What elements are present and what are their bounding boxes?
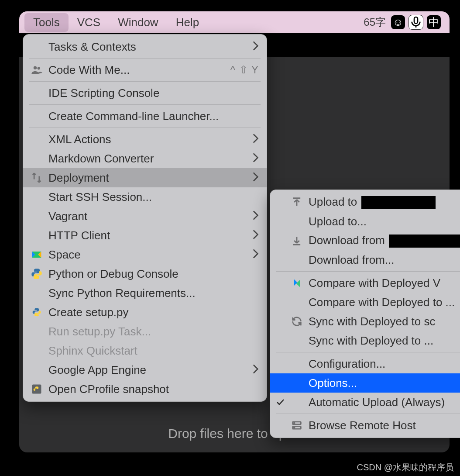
menu-help[interactable]: Help (167, 13, 208, 32)
menu-item-automatic-upload-always[interactable]: Automatic Upload (Always) (270, 393, 460, 412)
menu-item-label: Options... (309, 376, 460, 390)
menu-item-create-setup-py[interactable]: Create setup.py (23, 303, 267, 322)
menu-item-label: Vagrant (48, 210, 249, 223)
menu-vcs[interactable]: VCS (69, 13, 109, 32)
menu-item-tasks-contexts[interactable]: Tasks & Contexts (23, 37, 267, 56)
compare-icon (289, 276, 304, 290)
menu-item-download-from[interactable]: Download from... (270, 250, 460, 269)
python-icon (29, 266, 44, 281)
upload-icon (289, 195, 304, 210)
menu-item-label: Google App Engine (48, 363, 249, 377)
chevron-right-icon (253, 229, 259, 242)
icon-placeholder (289, 252, 304, 267)
menu-item-deployment[interactable]: Deployment (23, 168, 267, 187)
menu-item-label: Sync Python Requirements... (48, 286, 259, 300)
menu-item-label: Sync with Deployed to ... (309, 334, 460, 348)
icon-placeholder (29, 324, 44, 339)
space-icon (29, 247, 44, 262)
menu-item-label: XML Actions (48, 133, 249, 146)
icon-placeholder (289, 214, 304, 229)
menu-item-label: Code With Me... (48, 63, 230, 77)
menu-item-start-ssh-session[interactable]: Start SSH Session... (23, 187, 267, 207)
browse-icon (289, 418, 304, 433)
pyfile-icon (29, 305, 44, 320)
menu-item-label: Compare with Deployed V (309, 276, 460, 290)
menu-item-label: Sphinx Quickstart (48, 344, 259, 358)
icon-placeholder (289, 376, 304, 390)
menu-item-ide-scripting-console[interactable]: IDE Scripting Console (23, 83, 267, 103)
menu-item-label: Download from... (309, 253, 460, 267)
ime-icon[interactable]: 中 (427, 15, 441, 29)
menu-item-browse-remote-host[interactable]: Browse Remote Host (270, 416, 460, 435)
chevron-right-icon (253, 152, 259, 166)
menu-item-vagrant[interactable]: Vagrant (23, 207, 267, 226)
menu-item-upload-to[interactable]: Upload to (270, 193, 460, 212)
menu-item-label: Configuration... (309, 357, 460, 371)
menu-item-label: Compare with Deployed to ... (309, 296, 460, 309)
check-icon (275, 398, 286, 407)
menu-window[interactable]: Window (109, 13, 167, 32)
menu-item-http-client[interactable]: HTTP Client (23, 226, 267, 245)
shortcut: ^ ⇧ Y (230, 64, 259, 76)
menu-item-compare-with-deployed-to[interactable]: Compare with Deployed to ... (270, 293, 460, 312)
menu-item-google-app-engine[interactable]: Google App Engine (23, 360, 267, 379)
menu-item-sphinx-quickstart: Sphinx Quickstart (23, 341, 267, 360)
menu-item-code-with-me[interactable]: Code With Me...^ ⇧ Y (23, 60, 267, 79)
status-text: 65字 (364, 15, 386, 29)
icon-placeholder (29, 190, 44, 204)
watermark: CSDN @水果味的程序员 (353, 461, 457, 474)
icon-placeholder (289, 333, 304, 348)
menu-item-options[interactable]: Options... (270, 373, 460, 393)
menu-item-label: Deployment (48, 171, 249, 185)
menu-item-label: Sync with Deployed to sc (309, 315, 460, 328)
icon-placeholder (29, 132, 44, 147)
icon-placeholder (29, 228, 44, 243)
chevron-right-icon (253, 363, 259, 377)
menu-item-open-cprofile-snapshot[interactable]: Open CProfile snapshot (23, 379, 267, 399)
menu-item-configuration[interactable]: Configuration... (270, 354, 460, 373)
icon-placeholder (29, 109, 44, 124)
menu-item-sync-with-deployed-to[interactable]: Sync with Deployed to ... (270, 331, 460, 350)
icon-placeholder (29, 362, 44, 377)
menu-item-run-setup-py-task: Run setup.py Task... (23, 322, 267, 341)
menu-item-python-or-debug-console[interactable]: Python or Debug Console (23, 264, 267, 283)
menu-item-create-command-line-launcher[interactable]: Create Command-line Launcher... (23, 107, 267, 126)
mic-icon[interactable] (409, 15, 423, 30)
menu-item-sync-with-deployed-to-sc[interactable]: Sync with Deployed to sc (270, 312, 460, 331)
menu-item-label: Upload to (309, 195, 460, 209)
svg-point-1 (34, 66, 37, 69)
menu-item-xml-actions[interactable]: XML Actions (23, 130, 267, 149)
menu-item-upload-to[interactable]: Upload to... (270, 212, 460, 231)
menu-item-label: Open CProfile snapshot (48, 383, 259, 396)
menu-item-label: IDE Scripting Console (48, 86, 259, 100)
menu-item-space[interactable]: Space (23, 245, 267, 264)
menu-item-label: Tasks & Contexts (48, 40, 249, 54)
icon-placeholder (289, 295, 304, 310)
svg-rect-0 (414, 17, 418, 24)
menu-item-download-from[interactable]: Download from (270, 231, 460, 250)
menu-item-label: Start SSH Session... (48, 190, 259, 204)
chevron-right-icon (253, 171, 259, 185)
menu-item-label: Create setup.py (48, 306, 259, 319)
status-area: 65字 ☺ 中 (364, 15, 441, 30)
menu-item-markdown-converter[interactable]: Markdown Converter (23, 149, 267, 168)
icon-placeholder (29, 286, 44, 300)
people-icon (29, 62, 44, 77)
menu-item-label: Download from (309, 234, 460, 248)
chevron-right-icon (253, 133, 259, 146)
sync-icon (289, 314, 304, 329)
menu-item-compare-with-deployed-v[interactable]: Compare with Deployed V (270, 273, 460, 293)
menu-item-label: Create Command-line Launcher... (48, 110, 259, 123)
svg-point-7 (294, 427, 295, 428)
emoji-picker-icon[interactable]: ☺ (391, 15, 405, 29)
menu-tools[interactable]: Tools (24, 13, 69, 32)
app-window: Tools VCS Window Help 65字 ☺ 中 Drop files… (19, 11, 450, 452)
menu-item-sync-python-requirements[interactable]: Sync Python Requirements... (23, 283, 267, 303)
svg-point-6 (294, 423, 295, 424)
cprofile-icon (29, 382, 44, 397)
menu-item-label: Space (48, 248, 249, 262)
chevron-right-icon (253, 248, 259, 262)
icon-placeholder (29, 151, 44, 166)
icon-placeholder (289, 395, 304, 410)
svg-rect-3 (32, 385, 41, 394)
